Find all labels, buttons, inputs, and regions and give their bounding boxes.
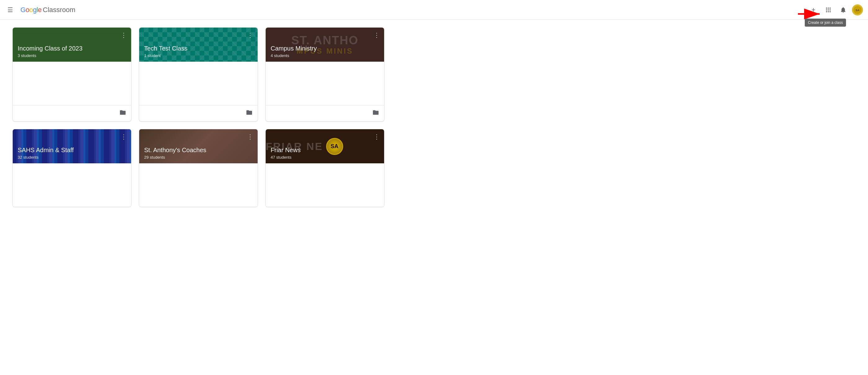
svg-rect-2 xyxy=(826,7,827,8)
card-menu-sahs[interactable] xyxy=(119,132,129,142)
card-body-campus xyxy=(266,62,384,105)
card-title-incoming: Incoming Class of 2023 xyxy=(18,44,126,52)
svg-text:SA: SA xyxy=(856,8,860,11)
card-title-friar: Friar News xyxy=(271,146,379,154)
svg-rect-4 xyxy=(830,7,831,8)
card-students-friar: 47 students xyxy=(271,155,379,160)
card-header-campus: ST. ANTHO MPUS MINIS Campus Ministry 4 s… xyxy=(266,28,384,62)
card-menu-campus[interactable] xyxy=(372,30,382,40)
card-students-sahs: 32 students xyxy=(18,155,126,160)
card-header-tech: Tech Test Class 1 student xyxy=(139,28,258,62)
app-logo: Google Classroom xyxy=(21,6,75,14)
apps-grid-button[interactable] xyxy=(822,4,835,16)
svg-rect-5 xyxy=(826,9,827,10)
svg-rect-8 xyxy=(826,11,827,12)
svg-rect-3 xyxy=(828,7,829,8)
card-title-sahs: SAHS Admin & Staff xyxy=(18,146,126,154)
folder-icon-tech[interactable] xyxy=(246,109,253,118)
header-left: ☰ Google Classroom xyxy=(5,4,807,16)
card-body-tech xyxy=(139,62,258,105)
class-card-incoming[interactable]: Incoming Class of 2023 3 students xyxy=(12,27,131,122)
card-footer-incoming xyxy=(13,105,131,121)
card-body-coaches xyxy=(139,163,258,207)
folder-icon-campus[interactable] xyxy=(372,109,379,118)
card-title-coaches: St. Anthony's Coaches xyxy=(144,146,253,154)
card-header-coaches: St. Anthony's Coaches 29 students xyxy=(139,129,258,163)
notifications-button[interactable] xyxy=(837,4,849,16)
card-footer-tech xyxy=(139,105,258,121)
card-body-sahs xyxy=(13,163,131,207)
svg-rect-6 xyxy=(828,9,829,10)
card-footer-campus xyxy=(266,105,384,121)
classes-grid: Incoming Class of 2023 3 students Tech T… xyxy=(12,27,384,207)
class-card-coaches[interactable]: St. Anthony's Coaches 29 students xyxy=(139,129,258,207)
user-avatar[interactable]: SA xyxy=(852,4,863,15)
svg-rect-7 xyxy=(830,9,831,10)
card-students-tech: 1 student xyxy=(144,53,253,58)
card-body-friar xyxy=(266,163,384,207)
card-header-incoming: Incoming Class of 2023 3 students xyxy=(13,28,131,62)
class-card-friar[interactable]: FRIAR NE SA Friar News 47 students xyxy=(266,129,384,207)
card-menu-tech[interactable] xyxy=(245,30,255,40)
classroom-wordmark: Classroom xyxy=(43,6,75,14)
card-title-tech: Tech Test Class xyxy=(144,44,253,52)
main-content: Incoming Class of 2023 3 students Tech T… xyxy=(0,20,868,215)
svg-rect-10 xyxy=(830,11,831,12)
app-header: ☰ Google Classroom + Create or join a cl… xyxy=(0,0,868,20)
class-card-campus[interactable]: ST. ANTHO MPUS MINIS Campus Ministry 4 s… xyxy=(266,27,384,122)
google-wordmark: Google xyxy=(21,6,41,14)
create-join-tooltip: Create or join a class xyxy=(805,19,846,27)
class-card-tech[interactable]: Tech Test Class 1 student xyxy=(139,27,258,122)
add-class-button[interactable]: + xyxy=(807,4,819,16)
card-menu-friar[interactable] xyxy=(372,132,382,142)
card-body-incoming xyxy=(13,62,131,105)
card-students-campus: 4 students xyxy=(271,53,379,58)
card-menu-incoming[interactable] xyxy=(119,30,129,40)
card-title-campus: Campus Ministry xyxy=(271,44,379,52)
header-right: + Create or join a class SA xyxy=(807,4,863,16)
svg-rect-9 xyxy=(828,11,829,12)
card-menu-coaches[interactable] xyxy=(245,132,255,142)
card-students-incoming: 3 students xyxy=(18,53,126,58)
card-header-sahs: SAHS Admin & Staff 32 students xyxy=(13,129,131,163)
class-card-sahs[interactable]: SAHS Admin & Staff 32 students xyxy=(12,129,131,207)
folder-icon-incoming[interactable] xyxy=(119,109,126,118)
card-header-friar: FRIAR NE SA Friar News 47 students xyxy=(266,129,384,163)
card-students-coaches: 29 students xyxy=(144,155,253,160)
hamburger-menu[interactable]: ☰ xyxy=(5,4,16,16)
